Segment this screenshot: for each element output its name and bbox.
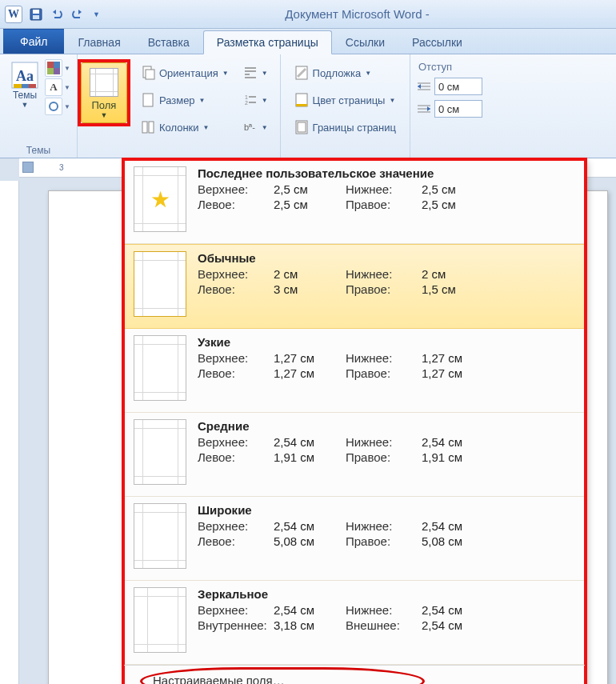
ribbon: Aa Темы ▼ ▼ A▼ ▼ Темы Поля ▼ xyxy=(0,54,616,158)
margin-preset[interactable]: СредниеВерхнее:2,54 смНижнее:2,54 смЛево… xyxy=(124,413,585,497)
word-app-icon: W xyxy=(5,6,22,23)
page-size-icon xyxy=(141,93,155,107)
window-title: Документ Microsoft Word - xyxy=(103,7,611,21)
tab-insert[interactable]: Вставка xyxy=(134,30,203,54)
margin-preset[interactable]: ШирокиеВерхнее:2,54 смНижнее:2,54 смЛево… xyxy=(124,497,585,581)
themes-small-buttons: ▼ A▼ ▼ xyxy=(45,59,70,115)
tab-references[interactable]: Ссылки xyxy=(332,30,398,54)
theme-fonts-icon[interactable]: A xyxy=(45,78,62,96)
group-label-themes: Темы xyxy=(6,143,70,156)
preset-thumbnail xyxy=(134,503,186,569)
page-color-button[interactable]: Цвет страницы ▼ xyxy=(289,90,402,110)
svg-rect-15 xyxy=(143,94,153,106)
size-button[interactable]: Размер ▼ xyxy=(135,90,234,110)
margins-icon xyxy=(90,68,118,97)
svg-rect-14 xyxy=(146,70,154,79)
svg-rect-11 xyxy=(54,68,60,74)
svg-point-12 xyxy=(50,102,58,110)
tab-home[interactable]: Главная xyxy=(64,30,134,54)
qat-dropdown-icon[interactable]: ▼ xyxy=(90,10,103,18)
group-page-setup: Поля ▼ Ориентация ▼ Размер ▼ Колонки xyxy=(78,54,281,158)
chevron-down-icon: ▼ xyxy=(389,97,395,104)
custom-margins-item[interactable]: Настраиваемые поля… xyxy=(124,665,585,684)
indent-left-input[interactable]: 0 см xyxy=(434,78,482,95)
orientation-button[interactable]: Ориентация ▼ xyxy=(135,62,234,83)
chevron-down-icon: ▼ xyxy=(262,70,268,77)
margins-dropdown: ★Последнее пользовательское значениеВерх… xyxy=(123,159,586,684)
svg-rect-16 xyxy=(142,122,147,133)
tab-page-layout[interactable]: Разметка страницы xyxy=(203,30,332,54)
preset-title: Обычные xyxy=(198,251,575,265)
svg-text:Aa: Aa xyxy=(16,68,34,84)
svg-rect-6 xyxy=(22,84,29,88)
breaks-icon xyxy=(243,66,258,80)
hyphenation-icon: bª- xyxy=(243,120,258,134)
svg-text:2: 2 xyxy=(245,100,248,106)
indent-label: Отступ xyxy=(417,61,482,73)
hyphenation-button[interactable]: bª- ▼ xyxy=(238,117,274,138)
chevron-down-icon: ▼ xyxy=(203,124,210,131)
preset-title: Узкие xyxy=(198,335,575,349)
redo-icon[interactable] xyxy=(69,6,86,23)
chevron-down-icon: ▼ xyxy=(100,111,107,119)
margin-preset[interactable]: ★Последнее пользовательское значениеВерх… xyxy=(124,160,585,244)
chevron-down-icon: ▼ xyxy=(199,97,206,104)
margins-button-highlight: Поля ▼ xyxy=(78,59,130,126)
columns-icon xyxy=(141,120,155,134)
group-page-background: Подложка ▼ Цвет страницы ▼ Границы стран… xyxy=(281,54,410,158)
group-indent: Отступ 0 см 0 см xyxy=(410,54,489,158)
svg-rect-10 xyxy=(47,68,54,74)
margin-preset[interactable]: ОбычныеВерхнее:2 смНижнее:2 смЛевое:3 см… xyxy=(124,244,585,329)
preset-title: Зеркальное xyxy=(198,587,575,601)
group-themes: Aa Темы ▼ ▼ A▼ ▼ Темы xyxy=(0,54,78,158)
quick-access-toolbar: ▼ xyxy=(27,6,103,23)
chevron-down-icon: ▼ xyxy=(22,101,29,109)
watermark-button[interactable]: Подложка ▼ xyxy=(289,62,402,83)
theme-effects-icon[interactable] xyxy=(45,98,62,115)
save-icon[interactable] xyxy=(27,6,45,23)
preset-thumbnail xyxy=(134,587,186,653)
chevron-down-icon: ▼ xyxy=(222,70,229,77)
preset-thumbnail xyxy=(134,335,186,401)
line-numbers-icon: 12 xyxy=(243,93,258,107)
indent-right-icon xyxy=(417,103,431,114)
tab-file[interactable]: Файл xyxy=(3,29,64,54)
orientation-icon xyxy=(141,66,155,80)
svg-rect-7 xyxy=(29,84,36,88)
preset-title: Средние xyxy=(198,419,575,433)
chevron-down-icon: ▼ xyxy=(64,84,70,91)
margin-preset[interactable]: УзкиеВерхнее:1,27 смНижнее:1,27 смЛевое:… xyxy=(124,329,585,413)
preset-thumbnail: ★ xyxy=(134,166,186,232)
page-color-icon xyxy=(294,93,309,107)
page-borders-button[interactable]: Границы страниц xyxy=(289,117,402,138)
titlebar: W ▼ Документ Microsoft Word - xyxy=(0,0,616,29)
undo-icon[interactable] xyxy=(48,6,66,23)
indent-right-input[interactable]: 0 см xyxy=(434,100,482,118)
chevron-down-icon: ▼ xyxy=(365,70,371,77)
svg-text:bª-: bª- xyxy=(244,122,255,132)
chevron-down-icon: ▼ xyxy=(64,65,70,72)
preset-title: Последнее пользовательское значение xyxy=(198,166,575,180)
theme-colors-icon[interactable] xyxy=(45,59,62,77)
chevron-down-icon: ▼ xyxy=(64,103,70,110)
svg-rect-1 xyxy=(33,10,39,14)
tab-mailings[interactable]: Рассылки xyxy=(398,30,476,54)
preset-thumbnail xyxy=(134,251,186,317)
columns-button[interactable]: Колонки ▼ xyxy=(135,117,234,138)
breaks-button[interactable]: ▼ xyxy=(238,62,274,83)
preset-title: Широкие xyxy=(198,503,575,517)
chevron-down-icon: ▼ xyxy=(262,124,268,131)
vertical-ruler[interactable] xyxy=(0,181,19,684)
indent-left-icon xyxy=(417,81,431,92)
svg-text:1: 1 xyxy=(245,94,248,100)
svg-rect-2 xyxy=(33,15,39,19)
ribbon-tabs: Файл Главная Вставка Разметка страницы С… xyxy=(0,29,616,54)
themes-button[interactable]: Aa Темы ▼ xyxy=(6,59,43,111)
margins-button[interactable]: Поля ▼ xyxy=(81,62,127,123)
margin-preset[interactable]: ЗеркальноеВерхнее:2,54 смНижнее:2,54 смВ… xyxy=(124,581,585,665)
svg-rect-17 xyxy=(149,122,154,133)
svg-rect-23 xyxy=(296,104,307,106)
star-icon: ★ xyxy=(150,186,170,213)
svg-rect-8 xyxy=(47,62,54,68)
line-numbers-button[interactable]: 12 ▼ xyxy=(238,90,274,110)
